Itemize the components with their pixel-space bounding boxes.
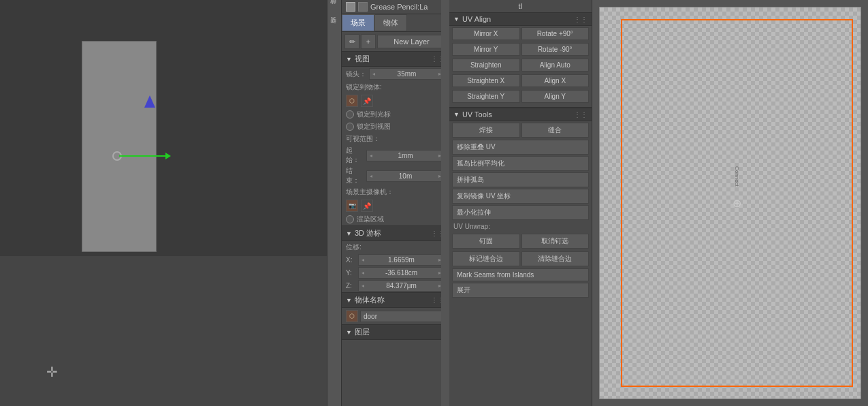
y-row: Y: ◂ -36.618cm ▸ xyxy=(342,266,449,279)
mark-seams-islands-button[interactable]: Mark Seams from Islands xyxy=(452,268,589,281)
view-section-header: ▼ 视图 ⋮⋮ xyxy=(342,52,449,67)
straighten-button[interactable]: Straighten xyxy=(452,59,520,72)
lens-label: 镜头： xyxy=(346,69,366,79)
mirror-x-button[interactable]: Mirror X xyxy=(452,27,520,40)
z-value: 84.377μm xyxy=(386,282,417,290)
grease-pencil-checkbox[interactable] xyxy=(346,2,355,12)
mark-seams-islands-row: Mark Seams from Islands xyxy=(449,268,592,282)
cursor-section-header: ▼ 3D 游标 ⋮⋮ xyxy=(342,225,449,241)
camera-indicator xyxy=(144,95,155,108)
x-row: X: ◂ 1.6659m ▸ xyxy=(342,253,449,266)
mirror-uv-button[interactable]: 复制镜像 UV 坐标 xyxy=(452,189,589,204)
pin-row: 钉固 取消钉选 xyxy=(449,232,592,250)
seam-row: 标记缝合边 清除缝合边 xyxy=(449,250,592,268)
mirror-y-row: Mirror Y Rotate -90° xyxy=(449,42,592,57)
y-label: Y: xyxy=(346,269,357,277)
properties-sidebar: Grease Pencil:La 场景 物体 ✏ + New Layer ▼ 视… xyxy=(342,0,449,406)
lens-value: 35mm xyxy=(398,70,417,78)
y-field[interactable]: ◂ -36.618cm ▸ xyxy=(358,267,445,279)
pos-label: 位移: xyxy=(342,241,449,253)
clear-seam-button[interactable]: 清除缝合边 xyxy=(521,251,590,266)
pack-islands-button[interactable]: 拼排孤岛 xyxy=(452,172,589,187)
ti-header: tI xyxy=(449,0,592,13)
lock-view-checkbox[interactable] xyxy=(346,123,354,131)
straighten-y-button[interactable]: Straighten Y xyxy=(452,90,520,103)
pin-button[interactable]: 钉固 xyxy=(452,234,520,249)
uv-align-header: ▼ UV Align ⋮⋮ xyxy=(449,13,592,26)
camera-icon[interactable]: 📷 xyxy=(346,200,358,212)
obj-name-field[interactable]: door xyxy=(360,311,445,322)
pack-islands-row: 拼排孤岛 xyxy=(449,172,592,188)
vis-start-value: 1mm xyxy=(398,152,413,159)
stitch-button[interactable]: 缝合 xyxy=(521,123,590,138)
lens-row: 镜头： ◂ 35mm ▸ xyxy=(342,67,449,81)
tab-scene[interactable]: 场景 xyxy=(342,14,374,31)
camera-row: 📷 📌 xyxy=(342,198,449,213)
expand-button[interactable]: 展开 xyxy=(452,283,589,298)
z-field[interactable]: ◂ 84.377μm ▸ xyxy=(358,280,445,292)
avg-scale-button[interactable]: 孤岛比例平均化 xyxy=(452,156,589,171)
green-arrow-x xyxy=(119,155,167,157)
uv-center-crosshair: ⊕ xyxy=(733,197,741,210)
add-icon[interactable]: + xyxy=(361,34,376,49)
view-section-title: 视图 xyxy=(355,54,370,64)
min-stretch-button[interactable]: 最小化拉伸 xyxy=(452,205,589,220)
layer-section-header: ▼ 图层 xyxy=(342,324,449,340)
vis-start-field[interactable]: ◂ 1mm ▸ xyxy=(366,150,445,161)
grease-pencil-header: Grease Pencil:La xyxy=(342,0,449,14)
weld-button[interactable]: 焊接 xyxy=(452,123,520,138)
pencil-icon[interactable]: ✏ xyxy=(344,34,359,49)
align-auto-button[interactable]: Align Auto xyxy=(521,59,590,72)
render-region-row: 渲染区域 xyxy=(342,213,449,225)
viewport-floor xyxy=(0,256,327,406)
vis-end-field[interactable]: ◂ 10m ▸ xyxy=(366,170,445,182)
arrow-head xyxy=(165,153,171,159)
uv-tools-title: UV Tools xyxy=(462,110,492,119)
z-row: Z: ◂ 84.377μm ▸ xyxy=(342,279,449,292)
obj-triangle-icon: ▼ xyxy=(346,297,352,304)
viewport-3d[interactable]: ✛ xyxy=(0,0,327,406)
straighten-x-row: Straighten X Align X xyxy=(449,73,592,89)
rotate-plus90-button[interactable]: Rotate +90° xyxy=(521,27,590,40)
y-value: -36.618cm xyxy=(385,269,417,277)
align-x-button[interactable]: Align X xyxy=(521,74,590,87)
view-triangle-icon: ▼ xyxy=(346,56,352,63)
narrow-label-scale: 缩放 xyxy=(327,7,339,12)
camera-pin-icon[interactable]: 📌 xyxy=(361,200,373,212)
lock-label: 锁定到物体: xyxy=(342,81,449,93)
lock-object-icon[interactable]: ⬡ xyxy=(346,95,358,107)
render-region-checkbox[interactable] xyxy=(346,215,354,223)
main-layout: ✛ 缩放 切变 Grease Pencil:La 场景 物体 ✏ + New L… xyxy=(0,0,868,406)
align-y-button[interactable]: Align Y xyxy=(521,90,590,103)
mirror-uv-row: 复制镜像 UV 坐标 xyxy=(449,188,592,204)
z-label: Z: xyxy=(346,282,357,290)
layer-section-title: 图层 xyxy=(355,327,370,337)
remove-overlap-button[interactable]: 移除重叠 UV xyxy=(452,140,589,155)
render-region-label: 渲染区域 xyxy=(357,215,384,224)
uv-unwrap-label: UV Unwrap: xyxy=(449,221,592,232)
weld-row: 焊接 缝合 xyxy=(449,121,592,139)
lock-cursor-checkbox[interactable] xyxy=(346,110,354,119)
uv-align-title: UV Align xyxy=(462,15,491,23)
door-mesh xyxy=(82,41,157,252)
uv-grid-bg: ⊕ Connect xyxy=(599,7,861,399)
new-layer-button[interactable]: New Layer xyxy=(377,35,446,48)
tab-object[interactable]: 物体 xyxy=(374,14,407,31)
straighten-x-button[interactable]: Straighten X xyxy=(452,74,520,87)
pin-icon[interactable]: 📌 xyxy=(361,95,373,107)
uv-viewport-right[interactable]: ⊕ Connect xyxy=(592,0,868,406)
lock-view-label: 锁定到视图 xyxy=(357,122,391,131)
lens-field[interactable]: ◂ 35mm ▸ xyxy=(369,68,445,80)
mark-seam-button[interactable]: 标记缝合边 xyxy=(452,251,520,266)
obj-name-row: ⬡ door xyxy=(342,308,449,324)
rotate-minus90-button[interactable]: Rotate -90° xyxy=(521,43,590,56)
unpin-button[interactable]: 取消钉选 xyxy=(521,234,590,249)
straighten-row: Straighten Align Auto xyxy=(449,57,592,73)
mirror-y-button[interactable]: Mirror Y xyxy=(452,43,520,56)
vis-end-row: 结束： ◂ 10m ▸ xyxy=(342,166,449,186)
uv-door-outline: ⊕ Connect xyxy=(621,19,853,387)
x-field[interactable]: ◂ 1.6659m ▸ xyxy=(358,254,445,266)
uv-align-triangle: ▼ xyxy=(453,16,460,22)
cursor-section-title: 3D 游标 xyxy=(355,228,381,238)
vis-range-label: 可视范围： xyxy=(342,133,449,145)
